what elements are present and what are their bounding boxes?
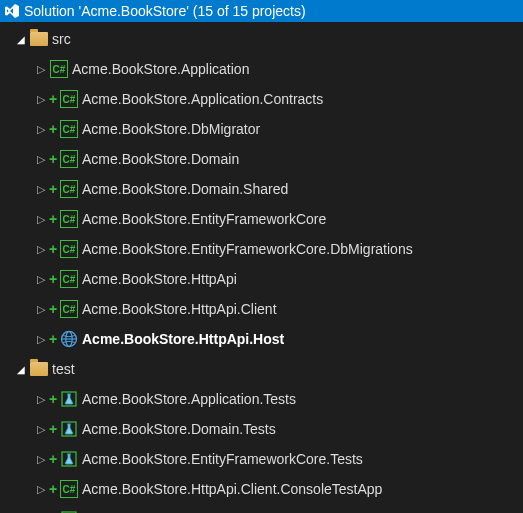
csharp-project-icon [60, 480, 78, 498]
test-project-icon [60, 450, 78, 468]
project-label: Acme.BookStore.HttpApi.Client [82, 301, 277, 317]
vcs-added-icon: + [48, 151, 58, 167]
chevron-right-icon[interactable] [34, 93, 48, 106]
chevron-right-icon[interactable] [34, 123, 48, 136]
folder-icon [30, 32, 48, 46]
project-label: Acme.BookStore.Application [72, 61, 249, 77]
vcs-added-icon: + [48, 421, 58, 437]
project-efcore[interactable]: + Acme.BookStore.EntityFrameworkCore [0, 204, 523, 234]
folder-icon [30, 362, 48, 376]
project-label: Acme.BookStore.HttpApi [82, 271, 237, 287]
project-efcore-migrations[interactable]: + Acme.BookStore.EntityFrameworkCore.DbM… [0, 234, 523, 264]
csharp-project-icon [60, 300, 78, 318]
solution-row[interactable]: Solution 'Acme.BookStore' (15 of 15 proj… [0, 0, 523, 22]
vcs-added-icon: + [48, 331, 58, 347]
chevron-right-icon[interactable] [34, 183, 48, 196]
project-httpapi[interactable]: + Acme.BookStore.HttpApi [0, 264, 523, 294]
project-httpapi-host[interactable]: + Acme.BookStore.HttpApi.Host [0, 324, 523, 354]
chevron-right-icon[interactable] [34, 483, 48, 496]
csharp-project-icon [60, 150, 78, 168]
folder-src[interactable]: src [0, 24, 523, 54]
project-label: Acme.BookStore.HttpApi.Client.ConsoleTes… [82, 481, 382, 497]
solution-tree: src Acme.BookStore.Application + Acme.Bo… [0, 22, 523, 513]
project-label: Acme.BookStore.DbMigrator [82, 121, 260, 137]
folder-label: src [52, 31, 71, 47]
chevron-right-icon[interactable] [34, 423, 48, 436]
solution-label: Solution 'Acme.BookStore' (15 of 15 proj… [24, 3, 306, 19]
chevron-right-icon[interactable] [34, 63, 48, 76]
project-label: Acme.BookStore.Domain [82, 151, 239, 167]
chevron-right-icon[interactable] [34, 273, 48, 286]
chevron-right-icon[interactable] [34, 303, 48, 316]
vcs-added-icon: + [48, 451, 58, 467]
project-label: Acme.BookStore.EntityFrameworkCore [82, 211, 326, 227]
vcs-added-icon: + [48, 271, 58, 287]
vcs-added-icon: + [48, 91, 58, 107]
project-application-contracts[interactable]: + Acme.BookStore.Application.Contracts [0, 84, 523, 114]
project-httpapi-client[interactable]: + Acme.BookStore.HttpApi.Client [0, 294, 523, 324]
project-efcore-tests[interactable]: + Acme.BookStore.EntityFrameworkCore.Tes… [0, 444, 523, 474]
csharp-project-icon [60, 90, 78, 108]
project-label: Acme.BookStore.EntityFrameworkCore.Tests [82, 451, 363, 467]
vcs-added-icon: + [48, 181, 58, 197]
chevron-down-icon[interactable] [14, 364, 28, 375]
test-project-icon [60, 420, 78, 438]
vcs-added-icon: + [48, 481, 58, 497]
csharp-project-icon [60, 240, 78, 258]
project-domain[interactable]: + Acme.BookStore.Domain [0, 144, 523, 174]
chevron-right-icon[interactable] [34, 243, 48, 256]
chevron-right-icon[interactable] [34, 213, 48, 226]
visual-studio-icon [4, 3, 20, 19]
project-label: Acme.BookStore.Application.Tests [82, 391, 296, 407]
test-project-icon [60, 390, 78, 408]
project-label: Acme.BookStore.HttpApi.Host [82, 331, 284, 347]
chevron-right-icon[interactable] [34, 393, 48, 406]
vcs-added-icon: + [48, 241, 58, 257]
vcs-added-icon: + [48, 301, 58, 317]
csharp-project-icon [60, 120, 78, 138]
project-label: Acme.BookStore.Application.Contracts [82, 91, 323, 107]
web-project-icon [60, 330, 78, 348]
project-application[interactable]: Acme.BookStore.Application [0, 54, 523, 84]
csharp-project-icon [60, 210, 78, 228]
vcs-added-icon: + [48, 391, 58, 407]
chevron-down-icon[interactable] [14, 34, 28, 45]
project-label: Acme.BookStore.Domain.Tests [82, 421, 276, 437]
chevron-right-icon[interactable] [34, 333, 48, 346]
folder-test[interactable]: test [0, 354, 523, 384]
vcs-added-icon: + [48, 211, 58, 227]
project-dbmigrator[interactable]: + Acme.BookStore.DbMigrator [0, 114, 523, 144]
project-label: Acme.BookStore.EntityFrameworkCore.DbMig… [82, 241, 413, 257]
chevron-right-icon[interactable] [34, 153, 48, 166]
csharp-project-icon [60, 270, 78, 288]
project-label: Acme.BookStore.Domain.Shared [82, 181, 288, 197]
project-application-tests[interactable]: + Acme.BookStore.Application.Tests [0, 384, 523, 414]
project-domain-shared[interactable]: + Acme.BookStore.Domain.Shared [0, 174, 523, 204]
project-testbase[interactable]: + Acme.BookStore.TestBase [0, 504, 523, 513]
csharp-project-icon [50, 60, 68, 78]
folder-label: test [52, 361, 75, 377]
chevron-right-icon[interactable] [34, 453, 48, 466]
vcs-added-icon: + [48, 121, 58, 137]
csharp-project-icon [60, 180, 78, 198]
project-domain-tests[interactable]: + Acme.BookStore.Domain.Tests [0, 414, 523, 444]
project-httpapi-client-console[interactable]: + Acme.BookStore.HttpApi.Client.ConsoleT… [0, 474, 523, 504]
